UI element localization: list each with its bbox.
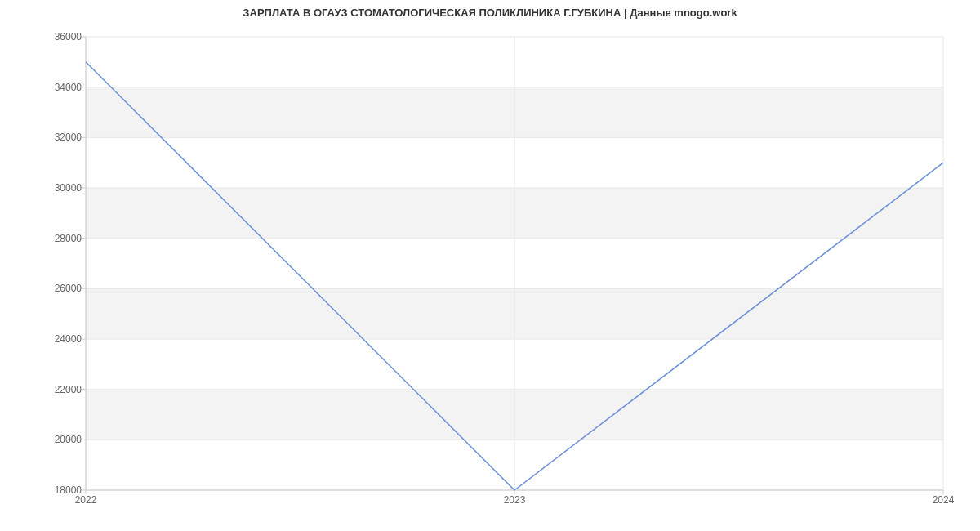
chart-svg [86,37,943,490]
y-tick-label: 30000 [55,182,82,194]
chart-container: ЗАРПЛАТА В ОГАУЗ СТОМАТОЛОГИЧЕСКАЯ ПОЛИК… [0,0,980,531]
y-tick-label: 26000 [55,283,82,294]
y-tick-label: 34000 [55,82,82,93]
plot-area [86,37,943,490]
chart-title: ЗАРПЛАТА В ОГАУЗ СТОМАТОЛОГИЧЕСКАЯ ПОЛИК… [0,7,980,19]
x-tick-label: 2022 [75,494,97,506]
y-tick-label: 20000 [55,434,82,445]
y-tick-label: 22000 [55,384,82,395]
x-tick-label: 2024 [933,494,955,506]
y-tick-label: 24000 [55,333,82,345]
y-tick-label: 28000 [55,233,82,244]
x-tick-label: 2023 [504,494,526,506]
y-tick-label: 32000 [55,132,82,143]
y-tick-label: 36000 [55,31,82,42]
